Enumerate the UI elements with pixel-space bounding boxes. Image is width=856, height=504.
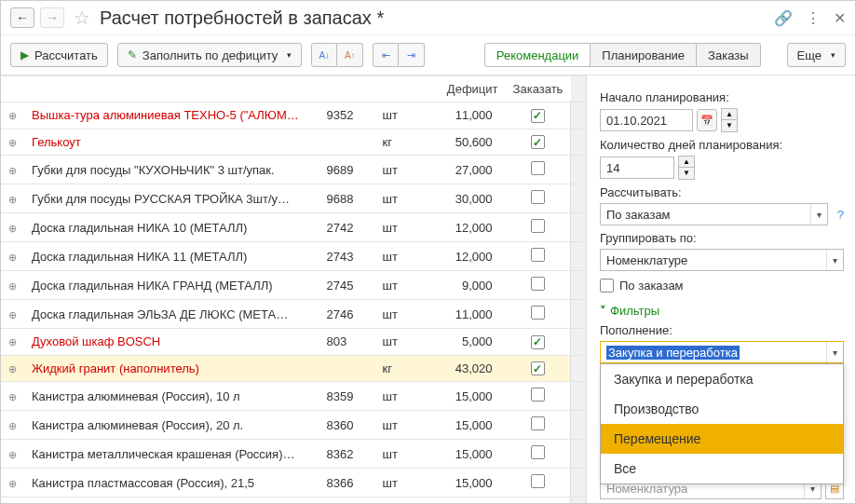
row-name: Гелькоут bbox=[24, 129, 319, 156]
tab-planning[interactable]: Планирование bbox=[591, 43, 697, 67]
toolbar: Рассчитать Заполнить по дефициту▾ A↓ A↑ … bbox=[1, 35, 855, 75]
order-checkbox[interactable] bbox=[531, 388, 545, 402]
expand-icon[interactable]: ⊕ bbox=[8, 336, 17, 347]
table-row[interactable]: ⊕Гелькоуткг50,600 bbox=[1, 129, 586, 156]
table-row[interactable]: ⊕Доска гладильная ЭЛЬЗА ДЕ ЛЮКС (МЕТА…27… bbox=[1, 300, 586, 329]
filters-header[interactable]: Фильтры bbox=[600, 304, 844, 318]
by-orders-checkbox[interactable] bbox=[600, 279, 614, 293]
fill-by-deficit-button[interactable]: Заполнить по дефициту▾ bbox=[117, 43, 302, 67]
row-name: Духовой шкаф BOSCH bbox=[24, 329, 319, 356]
nav-forward-button[interactable]: → bbox=[40, 7, 64, 28]
help-icon[interactable]: ? bbox=[837, 208, 844, 222]
expand-icon[interactable]: ⊕ bbox=[8, 309, 17, 320]
order-checkbox[interactable] bbox=[531, 277, 545, 291]
titlebar: ← → ☆ Расчет потребностей в запасах * 🔗 … bbox=[1, 1, 855, 35]
order-checkbox[interactable] bbox=[531, 335, 545, 349]
spin-down-icon[interactable]: ▼ bbox=[722, 120, 737, 131]
indent-right-button[interactable]: ⇥ bbox=[399, 43, 425, 67]
expand-icon[interactable]: ⊕ bbox=[8, 110, 17, 121]
table-row[interactable]: ⊕Канистра металлическая крашеная (Россия… bbox=[1, 440, 586, 469]
replenish-dropdown: Закупка и переработкаПроизводствоПеремещ… bbox=[600, 363, 844, 484]
expand-icon[interactable]: ⊕ bbox=[8, 478, 17, 489]
chevron-down-icon: ▾ bbox=[810, 204, 822, 225]
table-row[interactable]: ⊕Доска гладильная НИКА ГРАНД (МЕТАЛЛ)274… bbox=[1, 271, 586, 300]
calendar-button[interactable]: 📅 bbox=[697, 109, 717, 131]
table-row[interactable]: ⊕Вышка-тура алюминиевая ТЕХНО-5 ("АЛЮМ…9… bbox=[1, 102, 586, 129]
calculate-button[interactable]: Рассчитать bbox=[10, 43, 108, 67]
table-row[interactable]: ⊕Губки для посуды "КУХОНЬЧИК" 3 шт/упак.… bbox=[1, 156, 586, 184]
group-combo[interactable]: Номенклатуре ▾ bbox=[600, 249, 844, 271]
row-code: 2745 bbox=[319, 271, 375, 300]
spin-up-icon[interactable]: ▲ bbox=[722, 109, 737, 120]
tab-recommendations[interactable]: Рекомендации bbox=[484, 43, 591, 67]
column-order: Заказать bbox=[513, 82, 564, 96]
sort-desc-button[interactable]: A↑ bbox=[337, 43, 363, 67]
days-spinner[interactable]: ▲ ▼ bbox=[678, 156, 695, 180]
table-row[interactable]: ⊕Канистра пластмассовая (Россия), 21,583… bbox=[1, 469, 586, 497]
row-code: 9688 bbox=[319, 184, 375, 213]
expand-icon[interactable]: ⊕ bbox=[8, 449, 17, 460]
table-row[interactable]: ⊕Канистра алюминевая (Россия), 10 л8359ш… bbox=[1, 382, 586, 411]
expand-icon[interactable]: ⊕ bbox=[8, 137, 17, 148]
calc-combo[interactable]: По заказам ▾ bbox=[600, 203, 828, 225]
sort-asc-button[interactable]: A↓ bbox=[311, 43, 337, 67]
row-code: 8359 bbox=[319, 382, 375, 411]
expand-icon[interactable]: ⊕ bbox=[8, 391, 17, 402]
expand-icon[interactable]: ⊕ bbox=[8, 420, 17, 431]
order-checkbox[interactable] bbox=[531, 161, 545, 175]
days-input[interactable]: 14 bbox=[600, 157, 674, 179]
row-deficit: 43,020 bbox=[422, 355, 506, 382]
order-checkbox[interactable] bbox=[531, 135, 545, 149]
order-checkbox[interactable] bbox=[531, 361, 545, 375]
table-row[interactable]: ⊕Доска гладильная НИКА 10 (МЕТАЛЛ)2742шт… bbox=[1, 213, 586, 242]
indent-left-button[interactable]: ⇤ bbox=[373, 43, 399, 67]
dropdown-option[interactable]: Перемещение bbox=[601, 424, 843, 454]
expand-icon[interactable]: ⊕ bbox=[8, 280, 17, 292]
date-spinner[interactable]: ▲ ▼ bbox=[721, 108, 738, 132]
order-checkbox[interactable] bbox=[531, 109, 545, 123]
row-uom: шт bbox=[375, 469, 422, 497]
table-row[interactable]: ⊕Канистра алюминевая (Россия), 20 л.8360… bbox=[1, 411, 586, 440]
favorite-star-icon[interactable]: ☆ bbox=[74, 7, 90, 29]
order-checkbox[interactable] bbox=[531, 248, 545, 262]
table-row[interactable]: ⊕Губки для посуды РУССКАЯ ТРОЙКА 3шт/у…9… bbox=[1, 184, 586, 213]
table-row[interactable]: ⊕Доска гладильная НИКА 11 (МЕТАЛЛ)2743шт… bbox=[1, 242, 586, 271]
dropdown-option[interactable]: Все bbox=[601, 454, 843, 484]
start-date-input[interactable]: 01.10.2021 bbox=[600, 109, 693, 131]
more-button[interactable]: Еще▾ bbox=[787, 43, 846, 67]
row-uom: шт bbox=[375, 213, 422, 242]
order-checkbox[interactable] bbox=[531, 474, 545, 488]
close-icon[interactable]: ✕ bbox=[834, 9, 846, 27]
order-checkbox[interactable] bbox=[531, 416, 545, 430]
expand-icon[interactable]: ⊕ bbox=[8, 223, 17, 234]
row-uom: шт bbox=[375, 156, 422, 184]
row-code bbox=[319, 355, 375, 382]
more-label: Еще bbox=[797, 48, 822, 62]
row-uom: шт bbox=[375, 184, 422, 213]
order-checkbox[interactable] bbox=[531, 190, 545, 204]
nav-back-button[interactable]: ← bbox=[10, 7, 34, 28]
order-checkbox[interactable] bbox=[531, 445, 545, 459]
row-uom: кг bbox=[375, 355, 422, 382]
group-label: Группировать по: bbox=[600, 231, 844, 245]
order-checkbox[interactable] bbox=[531, 219, 545, 233]
order-checkbox[interactable] bbox=[531, 306, 545, 320]
table-row[interactable]: ⊕Духовой шкаф BOSCH803шт5,000 bbox=[1, 329, 586, 356]
expand-icon[interactable]: ⊕ bbox=[8, 363, 17, 375]
spin-down-icon[interactable]: ▼ bbox=[679, 168, 694, 179]
more-vert-icon[interactable]: ⋮ bbox=[806, 9, 821, 27]
row-deficit: 27,000 bbox=[422, 156, 506, 184]
spin-up-icon[interactable]: ▲ bbox=[679, 157, 694, 168]
dropdown-option[interactable]: Производство bbox=[601, 394, 843, 424]
dropdown-option[interactable]: Закупка и переработка bbox=[601, 364, 843, 394]
replenish-combo[interactable]: Закупка и переработка ▾ bbox=[600, 341, 844, 363]
link-icon[interactable]: 🔗 bbox=[774, 9, 793, 27]
tab-orders[interactable]: Заказы bbox=[697, 43, 760, 67]
table-row[interactable]: ⊕Жидкий гранит (наполнитель)кг43,020 bbox=[1, 355, 586, 382]
expand-icon[interactable]: ⊕ bbox=[8, 252, 17, 263]
expand-icon[interactable]: ⊕ bbox=[8, 194, 17, 205]
expand-icon[interactable]: ⊕ bbox=[8, 165, 17, 176]
row-deficit: 50,600 bbox=[422, 129, 506, 156]
table-row[interactable]: ⊕Канистра пластмассовая (Россия), 31,5 л… bbox=[1, 497, 586, 504]
row-uom: шт bbox=[375, 300, 422, 329]
